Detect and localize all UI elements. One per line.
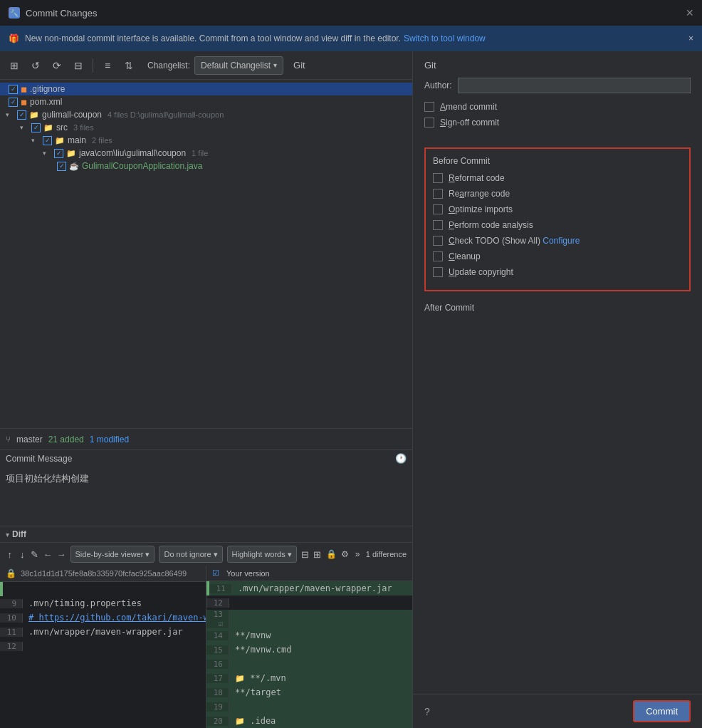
undo-button[interactable]: ↺ (27, 57, 44, 74)
rearrange-code-row[interactable]: Rearrange code (433, 189, 682, 199)
gitignore-checkbox[interactable]: ✓ (9, 85, 18, 94)
diff-right-line-16: 16 (206, 657, 412, 671)
before-commit-title: Before Commit (433, 156, 682, 166)
diff-stats-button[interactable]: ⊞ (313, 546, 322, 562)
help-button[interactable]: ? (424, 706, 430, 717)
notification-close-button[interactable]: × (688, 33, 693, 43)
filter-button[interactable]: ⇅ (120, 57, 137, 74)
configure-link[interactable]: Configure (543, 236, 580, 246)
tree-item-main[interactable]: ▾ ✓ 📁 main 2 files (0, 134, 412, 147)
diff-right-header: ☑ Your version (206, 566, 412, 581)
notification-link[interactable]: Switch to tool window (404, 33, 486, 43)
close-button[interactable]: × (686, 6, 693, 21)
update-copyright-row[interactable]: Update copyright (433, 267, 682, 277)
diff-viewer-dropdown[interactable]: Side-by-side viewer ▾ (70, 546, 155, 563)
diff-lock-button[interactable]: 🔒 (326, 546, 337, 562)
reformat-code-row[interactable]: Reformat code (433, 173, 682, 183)
rearrange-code-checkbox[interactable] (433, 189, 443, 199)
javapath-folder-name: java\com\liu\gulimall\coupon (79, 148, 186, 158)
src-expand-icon[interactable]: ▾ (20, 124, 28, 131)
main-checkbox[interactable]: ✓ (43, 136, 52, 145)
diff-collapse-chunks-button[interactable]: ⊟ (301, 546, 310, 562)
update-copyright-checkbox[interactable] (433, 267, 443, 277)
notification-bar: 🎁 New non-modal commit interface is avai… (0, 26, 702, 51)
tree-item-gitignore[interactable]: ✓ ◼ .gitignore (0, 83, 412, 95)
diff-highlight-dropdown[interactable]: Highlight words ▾ (227, 546, 297, 563)
green-indicator (0, 582, 3, 596)
diff-edit-button[interactable]: ✎ (31, 546, 39, 562)
diff-right-content-18: **/target (229, 687, 287, 697)
title-bar: 🔧 Commit Changes × (0, 0, 702, 26)
javafile-filename: GulimallCouponApplication.java (82, 161, 202, 171)
diff-settings-button[interactable]: ⚙ (341, 546, 350, 562)
signoff-commit-checkbox[interactable] (424, 118, 434, 128)
diff-up-button[interactable]: ↑ (6, 546, 14, 562)
sort-button[interactable]: ≡ (99, 57, 116, 74)
diff-left-panel: 🔒 38c1d1d1d175fe8a8b335970fcfac925aac864… (0, 566, 206, 728)
cleanup-row[interactable]: Cleanup (433, 251, 682, 261)
amend-commit-checkbox[interactable] (424, 102, 434, 112)
src-checkbox[interactable]: ✓ (31, 123, 41, 132)
diff-right-line-14: 14 **/mvnw (206, 628, 412, 643)
main-expand-icon[interactable]: ▾ (31, 137, 40, 144)
diff-right-panel: ☑ Your version 11 .mvn/wrapper/maven-wra… (206, 566, 412, 728)
src-file-count: 3 files (73, 123, 94, 132)
code-analysis-checkbox[interactable] (433, 220, 443, 230)
commit-message-input[interactable]: 项目初始化结构创建 (0, 467, 412, 524)
author-input[interactable] (458, 78, 691, 93)
branch-icon: ⑂ (6, 435, 11, 444)
expand-all-button[interactable]: ⊞ (6, 57, 23, 74)
commit-button[interactable]: Commit (633, 700, 691, 722)
diff-down-button[interactable]: ↓ (19, 546, 27, 562)
author-row: Author: (424, 78, 691, 93)
diff-more-button[interactable]: » (353, 546, 362, 562)
commit-history-icon[interactable]: 🕐 (395, 453, 407, 464)
diff-right-version: Your version (226, 569, 270, 578)
changelist-label: Changelist: (147, 61, 190, 71)
changelist-dropdown[interactable]: Default Changelist ▾ (194, 56, 283, 75)
gulimall-expand-icon[interactable]: ▾ (6, 111, 14, 118)
src-folder-name: src (56, 123, 68, 132)
diff-back-button[interactable]: ← (43, 546, 53, 562)
changelist-value: Default Changelist (201, 61, 271, 71)
javapath-file-count: 1 file (192, 149, 208, 157)
reformat-code-label: Reformat code (449, 173, 505, 183)
diff-ignore-arrow: ▾ (214, 550, 218, 559)
check-todo-row[interactable]: Check TODO (Show All) Configure (433, 236, 682, 246)
tree-item-gulimall-coupon[interactable]: ▾ ✓ 📁 gulimall-coupon 4 files D:\gulimal… (0, 108, 412, 121)
diff-collapse-icon[interactable]: ▾ (6, 531, 9, 539)
diff-section: ▾ Diff ↑ ↓ ✎ ← → Side-by-side viewer ▾ D… (0, 526, 412, 728)
group-button[interactable]: ⊟ (70, 57, 87, 74)
tree-item-java-file[interactable]: ✓ ☕ GulimallCouponApplication.java (0, 160, 412, 172)
javapath-expand-icon[interactable]: ▾ (43, 150, 51, 157)
tree-item-pom[interactable]: ✓ ◼ pom.xml (0, 95, 412, 108)
refresh-button[interactable]: ⟳ (48, 57, 66, 74)
modified-count[interactable]: 1 modified (90, 435, 129, 444)
gulimall-checkbox[interactable]: ✓ (17, 110, 26, 120)
javapath-checkbox[interactable]: ✓ (54, 149, 63, 158)
diff-right-check-icon: ☑ (212, 568, 219, 578)
optimize-imports-checkbox[interactable] (433, 204, 443, 214)
diff-line-2: 10 # https://github.com/takari/maven-wra… (0, 610, 206, 625)
amend-commit-row[interactable]: Amend commit (424, 102, 691, 112)
code-analysis-row[interactable]: Perform code analysis (433, 220, 682, 230)
diff-line-3: 11 .mvn/wrapper/maven-wrapper.jar (0, 625, 206, 639)
window-title: Commit Changes (26, 8, 97, 19)
diff-right-content-15: **/mvnw.cmd (229, 645, 297, 655)
javafile-checkbox[interactable]: ✓ (57, 162, 66, 171)
diff-right-linenum-18: 18 (206, 688, 229, 697)
diff-ignore-dropdown[interactable]: Do not ignore ▾ (159, 546, 222, 563)
tree-item-src[interactable]: ▾ ✓ 📁 src 3 files (0, 121, 412, 134)
signoff-commit-row[interactable]: Sign-off commit (424, 118, 691, 128)
cleanup-label: Cleanup (449, 251, 481, 261)
gitignore-filename: .gitignore (30, 84, 65, 94)
tree-item-java-path[interactable]: ▾ ✓ 📁 java\com\liu\gulimall\coupon 1 fil… (0, 147, 412, 160)
pom-checkbox[interactable]: ✓ (9, 98, 18, 107)
check-todo-checkbox[interactable] (433, 236, 443, 246)
diff-highlight-label: Highlight words (232, 550, 285, 558)
diff-linenum-9: 9 (0, 599, 23, 608)
cleanup-checkbox[interactable] (433, 251, 443, 261)
diff-forward-button[interactable]: → (57, 546, 66, 562)
reformat-code-checkbox[interactable] (433, 173, 443, 183)
optimize-imports-row[interactable]: Optimize imports (433, 204, 682, 214)
